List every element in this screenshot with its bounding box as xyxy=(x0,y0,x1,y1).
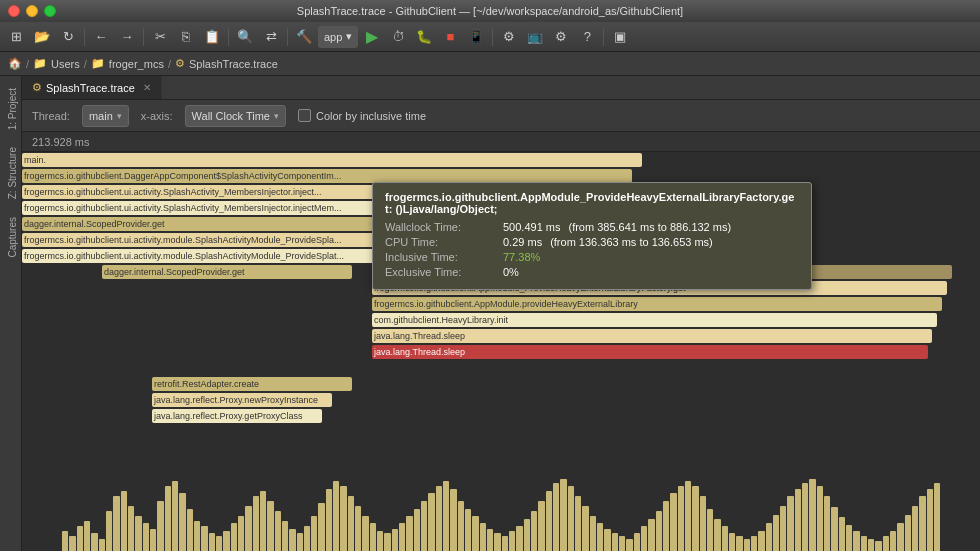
timeline-bar[interactable] xyxy=(787,496,793,551)
timeline-bar[interactable] xyxy=(773,515,779,551)
bc-file[interactable]: SplashTrace.trace xyxy=(189,58,278,70)
timeline-bar[interactable] xyxy=(187,509,193,551)
timeline-bar[interactable] xyxy=(340,486,346,551)
timeline-bar[interactable] xyxy=(722,526,728,551)
timeline-bar[interactable] xyxy=(597,523,603,551)
flame-bar-heavy-lib[interactable]: frogermcs.io.githubclient.AppModule.prov… xyxy=(372,297,942,311)
timeline-bar[interactable] xyxy=(135,516,141,551)
search-button[interactable]: 🔍 xyxy=(233,25,257,49)
timeline-bar[interactable] xyxy=(348,496,354,551)
sidebar-tab-project[interactable]: 1: Project xyxy=(0,80,21,138)
timeline-bar[interactable] xyxy=(853,531,859,551)
paste-button[interactable]: 📋 xyxy=(200,25,224,49)
build-button[interactable]: 🔨 xyxy=(292,25,316,49)
timeline-bar[interactable] xyxy=(839,517,845,551)
sdk-button[interactable]: ⚙ xyxy=(497,25,521,49)
flame-bar-proxy-get[interactable]: java.lang.reflect.Proxy.getProxyClass xyxy=(152,409,322,423)
timeline-bar[interactable] xyxy=(99,539,105,551)
tab-close-button[interactable]: ✕ xyxy=(143,82,151,93)
timeline-bar[interactable] xyxy=(692,486,698,551)
flame-bar-main[interactable]: main. xyxy=(22,153,642,167)
cut-button[interactable]: ✂ xyxy=(148,25,172,49)
timeline-bar[interactable] xyxy=(465,509,471,551)
timeline-bar[interactable] xyxy=(143,523,149,551)
timeline-bar[interactable] xyxy=(626,539,632,551)
timeline-bar[interactable] xyxy=(817,486,823,551)
timeline-bar[interactable] xyxy=(780,506,786,551)
flame-bar-heavy-init[interactable]: com.githubclient.HeavyLibrary.init xyxy=(372,313,937,327)
timeline-bar[interactable] xyxy=(91,533,97,551)
timeline-bar[interactable] xyxy=(113,496,119,551)
timeline-bar[interactable] xyxy=(267,501,273,551)
timeline-bar[interactable] xyxy=(487,529,493,551)
timeline-bar[interactable] xyxy=(934,483,940,551)
timeline-bar[interactable] xyxy=(245,506,251,551)
timeline-bar[interactable] xyxy=(897,523,903,551)
timeline-bar[interactable] xyxy=(824,496,830,551)
timeline-bar[interactable] xyxy=(509,531,515,551)
timeline-bar[interactable] xyxy=(62,531,68,551)
timeline-bar[interactable] xyxy=(377,531,383,551)
timeline-bar[interactable] xyxy=(201,526,207,551)
timeline-bar[interactable] xyxy=(612,533,618,551)
timeline-bar[interactable] xyxy=(282,521,288,551)
timeline-bar[interactable] xyxy=(399,523,405,551)
timeline-bar[interactable] xyxy=(670,493,676,551)
timeline-bar[interactable] xyxy=(150,529,156,551)
flame-bar-proxy-new[interactable]: java.lang.reflect.Proxy.newProxyInstance xyxy=(152,393,332,407)
timeline-bar[interactable] xyxy=(392,529,398,551)
timeline-bar[interactable] xyxy=(209,533,215,551)
timeline-bar[interactable] xyxy=(575,496,581,551)
timeline-bar[interactable] xyxy=(868,539,874,551)
timeline-bar[interactable] xyxy=(751,536,757,551)
timeline-bar[interactable] xyxy=(436,486,442,551)
timeline-bar[interactable] xyxy=(260,491,266,551)
timeline-bar[interactable] xyxy=(619,536,625,551)
close-button[interactable] xyxy=(8,5,20,17)
replace-button[interactable]: ⇄ xyxy=(259,25,283,49)
profile-button[interactable]: ⏱ xyxy=(386,25,410,49)
sidebar-tab-structure[interactable]: Z: Structure xyxy=(0,139,21,207)
flame-bar-retrofit[interactable]: retrofit.RestAdapter.create xyxy=(152,377,352,391)
timeline-bar[interactable] xyxy=(678,486,684,551)
thread-dropdown[interactable]: main ▾ xyxy=(82,105,129,127)
maximize-button[interactable] xyxy=(44,5,56,17)
timeline-bar[interactable] xyxy=(604,529,610,551)
copy-button[interactable]: ⎘ xyxy=(174,25,198,49)
file-tab-splash[interactable]: ⚙ SplashTrace.trace ✕ xyxy=(22,76,162,99)
timeline-bar[interactable] xyxy=(384,533,390,551)
bc-users[interactable]: Users xyxy=(51,58,80,70)
color-inclusive-checkbox[interactable]: Color by inclusive time xyxy=(298,109,426,122)
timeline-bar[interactable] xyxy=(831,507,837,551)
flame-bar-thread-sleep-red[interactable]: java.lang.Thread.sleep xyxy=(372,345,928,359)
back-button[interactable]: ← xyxy=(89,25,113,49)
sync-button[interactable]: ↻ xyxy=(56,25,80,49)
timeline-bar[interactable] xyxy=(795,489,801,551)
timeline-bar[interactable] xyxy=(406,516,412,551)
timeline-bar[interactable] xyxy=(216,536,222,551)
timeline-bar[interactable] xyxy=(275,511,281,551)
timeline-bar[interactable] xyxy=(69,536,75,551)
timeline-bar[interactable] xyxy=(758,531,764,551)
timeline-bar[interactable] xyxy=(421,501,427,551)
timeline-bar[interactable] xyxy=(502,536,508,551)
timeline-bar[interactable] xyxy=(428,493,434,551)
new-project-button[interactable]: ⊞ xyxy=(4,25,28,49)
timeline-bar[interactable] xyxy=(568,486,574,551)
timeline-bar[interactable] xyxy=(318,503,324,551)
android-button[interactable]: 📱 xyxy=(464,25,488,49)
xaxis-dropdown[interactable]: Wall Clock Time ▾ xyxy=(185,105,286,127)
extra-button[interactable]: ▣ xyxy=(608,25,632,49)
timeline-bar[interactable] xyxy=(179,493,185,551)
timeline-bar[interactable] xyxy=(326,489,332,551)
timeline-bar[interactable] xyxy=(890,531,896,551)
timeline-bar[interactable] xyxy=(809,479,815,551)
flame-bar-dagger-app[interactable]: frogermcs.io.githubclient.DaggerAppCompo… xyxy=(22,169,632,183)
timeline-bar[interactable] xyxy=(685,481,691,551)
timeline-bar[interactable] xyxy=(121,491,127,551)
timeline-bar[interactable] xyxy=(311,516,317,551)
timeline-bar[interactable] xyxy=(700,496,706,551)
timeline-bar[interactable] xyxy=(861,536,867,551)
timeline-bar[interactable] xyxy=(736,536,742,551)
timeline-bar[interactable] xyxy=(663,501,669,551)
